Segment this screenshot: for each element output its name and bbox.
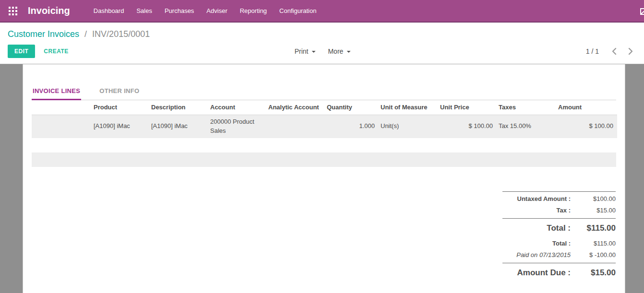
grid-icon — [9, 7, 17, 15]
action-dropdowns: Print More — [295, 47, 351, 55]
cell-unit-of-measure: Unit(s) — [379, 115, 438, 138]
cell-account: 200000 Product Sales — [208, 115, 266, 138]
column-header-analytic-account: Analytic Account — [266, 100, 325, 115]
nav-item-purchases[interactable]: Purchases — [158, 0, 200, 22]
paid-label: Paid on 07/13/2015 — [502, 251, 576, 258]
total-label: Total : — [502, 223, 576, 233]
payments-total-value: $115.00 — [576, 240, 616, 247]
caret-down-icon — [311, 51, 315, 53]
untaxed-amount-row: Untaxed Amount : $100.00 — [502, 195, 616, 202]
control-panel-buttons: EDIT CREATE Print More 1 / 1 — [8, 44, 637, 59]
record-buttons: EDIT CREATE — [8, 45, 69, 58]
total-row: Total : $115.00 — [502, 223, 616, 233]
tax-value: $15.00 — [576, 207, 616, 214]
notebook-tabs: INVOICE LINES OTHER INFO — [32, 84, 616, 100]
cell-taxes: Tax 15.00% — [497, 115, 556, 138]
nav-item-reporting[interactable]: Reporting — [234, 0, 273, 22]
cell-spacer — [32, 115, 92, 138]
amount-due-label: Amount Due : — [502, 268, 576, 278]
payments-total-row: Total : $115.00 — [502, 240, 616, 247]
column-spacer — [32, 100, 92, 115]
pager: 1 / 1 — [586, 47, 637, 55]
create-button[interactable]: CREATE — [44, 48, 68, 55]
user-menu-cutoff-icon[interactable] — [640, 8, 644, 17]
payments-total-label: Total : — [502, 240, 576, 247]
chevron-left-icon — [611, 47, 617, 55]
invoice-line-row[interactable]: [A1090] iMac [A1090] iMac 200000 Product… — [32, 115, 617, 138]
cell-analytic-account — [266, 115, 325, 138]
tab-other-info[interactable]: OTHER INFO — [98, 84, 140, 100]
totals-separator — [502, 218, 616, 219]
totals-panel: Untaxed Amount : $100.00 Tax : $15.00 To… — [502, 191, 616, 278]
column-header-unit-of-measure: Unit of Measure — [379, 100, 438, 115]
breadcrumb-parent-link[interactable]: Customer Invoices — [8, 29, 79, 39]
breadcrumb-current: INV/2015/0001 — [92, 29, 150, 39]
column-header-unit-price: Unit Price — [438, 100, 497, 115]
breadcrumb: Customer Invoices / INV/2015/0001 — [8, 28, 637, 40]
total-value: $115.00 — [576, 223, 616, 233]
main-menu: Dashboard Sales Purchases Adviser Report… — [87, 0, 323, 22]
nav-item-sales[interactable]: Sales — [130, 0, 158, 22]
form-view-content: INVOICE LINES OTHER INFO Product Descrip… — [0, 64, 644, 293]
pager-value[interactable]: 1 / 1 — [586, 47, 599, 55]
top-navbar: Invoicing Dashboard Sales Purchases Advi… — [0, 0, 644, 23]
control-panel: Customer Invoices / INV/2015/0001 EDIT C… — [0, 23, 644, 64]
cell-quantity: 1.000 — [325, 115, 379, 138]
invoice-lines-table: Product Description Account Analytic Acc… — [32, 100, 617, 138]
app-title[interactable]: Invoicing — [23, 5, 75, 16]
nav-item-adviser[interactable]: Adviser — [200, 0, 233, 22]
nav-item-dashboard[interactable]: Dashboard — [87, 0, 131, 22]
column-header-account: Account — [208, 100, 266, 115]
cell-product: [A1090] iMac — [92, 115, 149, 138]
cell-amount: $ 100.00 — [556, 115, 617, 138]
more-dropdown-label: More — [328, 47, 343, 55]
totals-separator — [502, 263, 616, 263]
empty-row-band — [32, 152, 616, 167]
amount-due-row: Amount Due : $15.00 — [502, 268, 616, 278]
column-header-quantity: Quantity — [325, 100, 379, 115]
edit-button[interactable]: EDIT — [8, 45, 35, 58]
tab-invoice-lines[interactable]: INVOICE LINES — [32, 84, 81, 100]
print-dropdown[interactable]: Print — [295, 47, 316, 55]
apps-grid-icon[interactable] — [7, 5, 19, 17]
column-header-description: Description — [149, 100, 208, 115]
cell-unit-price: $ 100.00 — [438, 115, 497, 138]
invoicing-app-page: Invoicing Dashboard Sales Purchases Advi… — [0, 0, 644, 293]
print-dropdown-label: Print — [295, 47, 309, 55]
breadcrumb-separator: / — [84, 29, 87, 39]
amount-due-value: $15.00 — [576, 268, 616, 278]
pager-previous-button[interactable] — [609, 47, 619, 55]
more-dropdown[interactable]: More — [328, 47, 350, 55]
nav-item-configuration[interactable]: Configuration — [273, 0, 322, 22]
untaxed-amount-label: Untaxed Amount : — [502, 195, 576, 202]
invoice-sheet: INVOICE LINES OTHER INFO Product Descrip… — [23, 64, 625, 293]
column-header-product: Product — [92, 100, 149, 115]
table-header-row: Product Description Account Analytic Acc… — [32, 100, 617, 115]
pager-next-button[interactable] — [626, 47, 635, 55]
cell-description: [A1090] iMac — [149, 115, 208, 138]
paid-value: $ -100.00 — [576, 251, 616, 258]
untaxed-amount-value: $100.00 — [576, 195, 616, 202]
caret-down-icon — [346, 51, 350, 53]
chevron-right-icon — [628, 47, 633, 55]
column-header-amount: Amount — [556, 100, 617, 115]
tax-label: Tax : — [502, 207, 576, 214]
column-header-taxes: Taxes — [497, 100, 556, 115]
paid-row: Paid on 07/13/2015 $ -100.00 — [502, 251, 616, 258]
tax-row: Tax : $15.00 — [502, 207, 616, 214]
